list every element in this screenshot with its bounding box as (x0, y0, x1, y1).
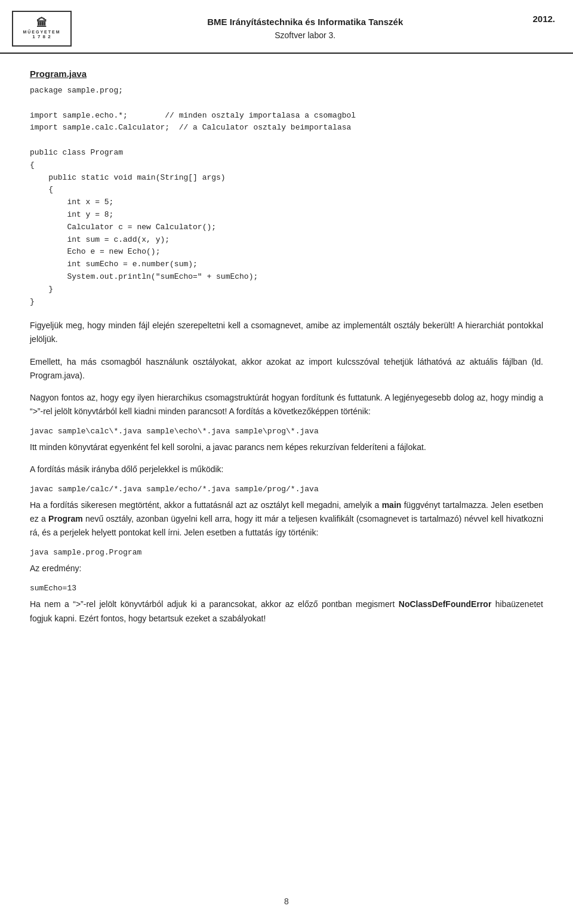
paragraph-8: Ha nem a “>”-rel jelölt könyvtárból adju… (30, 597, 543, 625)
header-center: BME Irányítástechnika és Informatika Tan… (78, 16, 532, 42)
main-code-block: package sample.prog; import sample.echo.… (30, 85, 543, 308)
paragraph-3: Nagyon fontos az, hogy egy ilyen hierarc… (30, 391, 543, 418)
paragraph-4: Itt minden könyvtárat egyenként fel kell… (30, 441, 543, 454)
paragraph-2: Emellett, ha más csomagból használunk os… (30, 355, 543, 383)
result-output: sumEcho=13 (30, 584, 543, 593)
compile-command-2: javac sample/calc/*.java sample/echo/*.j… (30, 485, 543, 494)
page-footer: 8 (0, 891, 573, 912)
page: 🏛 MŰEGYETEM 1 7 8 2 BME Irányítástechnik… (0, 0, 573, 924)
header-year: 2012. (532, 11, 555, 24)
logo-building-icon: 🏛 (36, 18, 48, 29)
header-university: BME Irányítástechnika és Informatika Tan… (78, 16, 532, 29)
logo-area: 🏛 MŰEGYETEM 1 7 8 2 (12, 11, 78, 47)
paragraph-7: Az eredmény: (30, 562, 543, 575)
header-course: Szoftver labor 3. (78, 29, 532, 42)
header: 🏛 MŰEGYETEM 1 7 8 2 BME Irányítástechnik… (0, 0, 573, 54)
paragraph-1: Figyeljük meg, hogy minden fájl elején s… (30, 319, 543, 346)
content-area: Program.java package sample.prog; import… (0, 54, 573, 658)
logo-year-text: 1 7 8 2 (32, 34, 51, 39)
run-command: java sample.prog.Program (30, 548, 543, 557)
paragraph-5: A fordítás másik irányba dőlő perjelekke… (30, 463, 543, 476)
page-number: 8 (284, 897, 289, 906)
logo-mu-text: MŰEGYETEM (23, 30, 60, 34)
paragraph-6: Ha a fordítás sikeresen megtörtént, akko… (30, 498, 543, 540)
compile-command-1: javac sample\calc\*.java sample\echo\*.j… (30, 427, 543, 436)
university-logo: 🏛 MŰEGYETEM 1 7 8 2 (12, 11, 72, 47)
section-title: Program.java (30, 69, 543, 79)
